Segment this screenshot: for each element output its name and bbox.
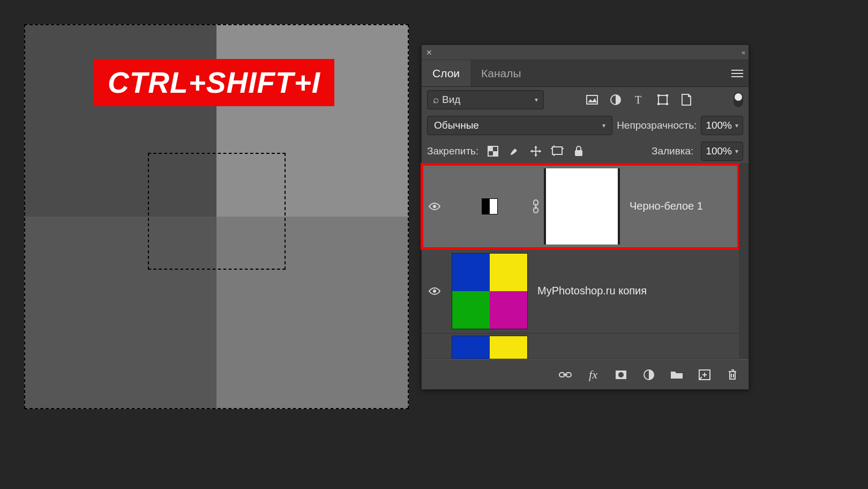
shortcut-callout: CTRL+SHIFT+I bbox=[94, 59, 334, 106]
layer-thumbnail[interactable] bbox=[452, 336, 528, 359]
filter-smartobject-icon[interactable] bbox=[680, 93, 693, 106]
layer-row[interactable] bbox=[422, 334, 739, 359]
layers-panel: ✕ « Слои Каналы ⌕ Вид ▾ T Обычные ▾ bbox=[421, 45, 749, 390]
canvas-area[interactable]: CTRL+SHIFT+I bbox=[24, 24, 409, 409]
layer-visibility-toggle[interactable] bbox=[422, 249, 447, 333]
layer-filter-select[interactable]: ⌕ Вид ▾ bbox=[427, 90, 544, 109]
panel-tabs: Слои Каналы bbox=[422, 60, 749, 87]
filter-adjustment-icon[interactable] bbox=[609, 93, 622, 106]
lock-artboard-icon[interactable] bbox=[550, 144, 564, 158]
lock-position-icon[interactable] bbox=[529, 144, 543, 158]
layer-name[interactable]: MyPhotoshop.ru копия bbox=[532, 285, 647, 297]
lock-label: Закрепить: bbox=[427, 145, 478, 157]
canvas-quadrant-tr bbox=[216, 24, 409, 217]
layer-visibility-toggle[interactable] bbox=[422, 164, 447, 248]
collapse-panel-icon[interactable]: « bbox=[742, 49, 744, 56]
blend-mode-select[interactable]: Обычные ▾ bbox=[427, 116, 612, 135]
add-adjustment-icon[interactable] bbox=[642, 368, 655, 381]
layers-list: Черно-белое 1 MyPhotoshop.ru копия bbox=[422, 164, 749, 359]
canvas-quadrant-bl bbox=[24, 217, 216, 409]
svg-rect-11 bbox=[552, 147, 562, 154]
filter-shape-icon[interactable] bbox=[656, 93, 669, 106]
lock-row: Закрепить: Заливка: 100% ▾ bbox=[422, 138, 749, 164]
lock-all-icon[interactable] bbox=[572, 144, 586, 158]
fill-label: Заливка: bbox=[652, 145, 693, 157]
svg-point-22 bbox=[618, 372, 624, 377]
chevron-down-icon: ▾ bbox=[602, 122, 605, 129]
canvas-quadrant-tl bbox=[24, 24, 216, 217]
lock-transparency-icon[interactable] bbox=[486, 144, 500, 158]
filter-row: ⌕ Вид ▾ T bbox=[422, 87, 749, 113]
filter-toggle[interactable] bbox=[734, 92, 743, 107]
fill-value: 100% bbox=[706, 145, 732, 157]
tab-layers[interactable]: Слои bbox=[422, 60, 470, 86]
opacity-value: 100% bbox=[706, 120, 732, 131]
layer-row[interactable]: MyPhotoshop.ru копия bbox=[422, 249, 739, 334]
blend-mode-value: Обычные bbox=[434, 120, 479, 131]
svg-rect-3 bbox=[659, 95, 667, 104]
layers-panel-footer: fx bbox=[422, 359, 749, 389]
black-white-icon bbox=[482, 198, 498, 214]
svg-rect-10 bbox=[493, 151, 498, 156]
layer-visibility-toggle[interactable] bbox=[422, 334, 447, 359]
layer-filter-label: Вид bbox=[442, 94, 460, 106]
adjustment-thumbnail[interactable] bbox=[452, 168, 528, 244]
new-layer-icon[interactable] bbox=[698, 368, 711, 381]
layer-mask-thumbnail[interactable] bbox=[544, 168, 620, 244]
svg-rect-4 bbox=[657, 94, 660, 97]
add-group-icon[interactable] bbox=[670, 368, 683, 381]
svg-rect-5 bbox=[666, 94, 668, 97]
opacity-value-box[interactable]: 100% ▾ bbox=[701, 116, 743, 135]
layer-row[interactable]: Черно-белое 1 bbox=[422, 164, 739, 249]
filter-pixel-icon[interactable] bbox=[586, 93, 598, 106]
add-mask-icon[interactable] bbox=[615, 368, 627, 381]
svg-rect-0 bbox=[587, 95, 597, 104]
delete-layer-icon[interactable] bbox=[726, 368, 739, 381]
svg-text:T: T bbox=[635, 94, 641, 106]
blend-row: Обычные ▾ Непрозрачность: 100% ▾ bbox=[422, 113, 749, 138]
chevron-down-icon: ▾ bbox=[535, 96, 538, 103]
svg-rect-12 bbox=[575, 150, 582, 156]
fill-value-box[interactable]: 100% ▾ bbox=[701, 142, 743, 161]
canvas-quadrant-br bbox=[216, 217, 409, 409]
tab-channels[interactable]: Каналы bbox=[470, 60, 532, 86]
mask-link-icon[interactable] bbox=[532, 199, 540, 213]
svg-rect-6 bbox=[657, 103, 660, 105]
close-panel-icon[interactable]: ✕ bbox=[426, 48, 432, 57]
filter-type-icon[interactable]: T bbox=[633, 93, 646, 106]
svg-rect-9 bbox=[488, 146, 493, 151]
search-icon: ⌕ bbox=[433, 94, 439, 106]
svg-point-13 bbox=[433, 205, 436, 208]
layer-effects-icon[interactable]: fx bbox=[587, 368, 600, 381]
svg-rect-7 bbox=[666, 103, 668, 105]
opacity-label: Непрозрачность: bbox=[617, 120, 697, 131]
chevron-down-icon: ▾ bbox=[735, 147, 738, 155]
layers-scrollbar[interactable] bbox=[739, 164, 749, 359]
chevron-down-icon: ▾ bbox=[735, 122, 738, 129]
layer-name[interactable]: Черно-белое 1 bbox=[624, 200, 703, 212]
filter-type-icons: T bbox=[586, 93, 693, 106]
document-canvas[interactable]: CTRL+SHIFT+I bbox=[24, 24, 409, 409]
lock-paint-icon[interactable] bbox=[507, 144, 521, 158]
panel-menu-button[interactable] bbox=[731, 60, 743, 86]
panel-titlebar: ✕ « bbox=[422, 45, 749, 60]
link-layers-icon[interactable] bbox=[559, 368, 572, 381]
layer-thumbnail[interactable] bbox=[452, 253, 528, 329]
svg-point-17 bbox=[433, 290, 436, 293]
